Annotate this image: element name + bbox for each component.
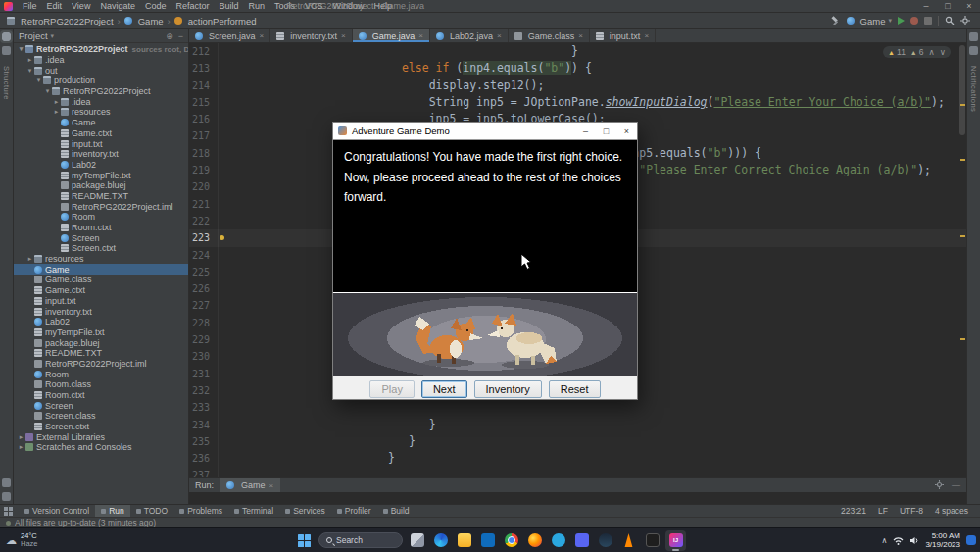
toolwindow-button-profiler[interactable]: Profiler (331, 505, 377, 517)
tab-close-icon[interactable]: × (578, 31, 583, 40)
run-console[interactable] (189, 492, 966, 504)
line-number[interactable]: 213 (189, 60, 219, 76)
build-toolwindow-icon[interactable] (2, 492, 11, 501)
run-button[interactable] (898, 17, 905, 25)
run-tab[interactable]: Game × (220, 478, 280, 492)
line-number[interactable]: 227 (189, 297, 219, 314)
editor-line[interactable]: 213 else if (inp4.equals("b")) { (189, 60, 966, 76)
line-number[interactable]: 231 (189, 366, 219, 382)
line-number[interactable]: 223 (189, 229, 219, 246)
menu-item-code[interactable]: Code (140, 1, 172, 11)
taskbar-app-steam[interactable] (595, 530, 615, 551)
tab-close-icon[interactable]: × (644, 31, 649, 40)
line-number[interactable]: 218 (189, 145, 219, 162)
tree-item[interactable]: package.bluej (14, 337, 188, 348)
menu-item-navigate[interactable]: Navigate (95, 1, 140, 11)
structure-toolwindow-label[interactable]: Structure (2, 66, 11, 100)
tray-expand-icon[interactable]: ∧ (882, 536, 888, 545)
tree-item[interactable]: Screen.class (14, 411, 188, 422)
breadcrumb-item-retrorpg2022project[interactable]: RetroRPG2022Project (4, 16, 117, 26)
toolwindow-switcher-icon[interactable] (4, 507, 13, 516)
toolwindow-button-version-control[interactable]: Version Control (19, 505, 95, 517)
taskbar-app-terminal[interactable] (642, 530, 662, 551)
dialog-minimize-icon[interactable]: – (575, 123, 596, 139)
project-toolwindow-icon[interactable] (2, 32, 11, 41)
line-number[interactable]: 220 (189, 178, 219, 195)
line-number[interactable]: 214 (189, 77, 219, 94)
indent-size[interactable]: 4 spaces (935, 506, 968, 516)
dialog-title-bar[interactable]: Adventure Game Demo – □ × (333, 123, 637, 139)
toolwindow-button-run[interactable]: Run (95, 505, 130, 517)
line-number[interactable]: 219 (189, 162, 219, 178)
tree-item[interactable]: package.bluej (14, 180, 188, 191)
tree-item[interactable]: Room.ctxt (14, 390, 188, 401)
tab-game-class[interactable]: Game.class× (509, 29, 590, 42)
tree-item[interactable]: inventory.txt (14, 149, 188, 160)
taskbar-app-task-view[interactable] (407, 530, 427, 551)
taskbar-app-explorer[interactable] (454, 530, 474, 551)
close-icon[interactable]: × (270, 481, 274, 490)
taskbar-app-discord[interactable] (571, 530, 592, 551)
line-number[interactable]: 235 (189, 433, 219, 450)
taskbar-app-store[interactable] (477, 530, 498, 551)
line-number[interactable]: 224 (189, 247, 219, 264)
line-number[interactable]: 225 (189, 264, 219, 280)
menu-item-run[interactable]: Run (243, 1, 270, 11)
menu-item-refactor[interactable]: Refactor (171, 1, 214, 11)
gradle-toolwindow-icon[interactable] (969, 46, 978, 55)
tree-item[interactable]: ▸External Libraries (14, 431, 188, 442)
tree-item[interactable]: ▾RetroRPG2022Projectsources root, D:\RA (14, 44, 188, 55)
taskbar-search[interactable]: Search (318, 532, 403, 548)
menu-item-edit[interactable]: Edit (42, 1, 68, 11)
editor-line[interactable]: 212 } (189, 43, 966, 60)
wifi-icon[interactable] (893, 536, 904, 545)
run-config-select[interactable]: Game ▾ (847, 16, 892, 26)
taskbar-app-intellij[interactable]: IJ (665, 530, 686, 551)
line-number[interactable]: 234 (189, 417, 219, 433)
tab-close-icon[interactable]: × (341, 31, 346, 40)
dialog-button-reset[interactable]: Reset (549, 380, 601, 398)
clock-widget[interactable]: 5:00 AM 3/19/2023 (925, 531, 960, 549)
tree-item[interactable]: ▸.idea (14, 55, 188, 66)
weather-widget[interactable]: ☁ 24°C Haze (6, 532, 38, 548)
collapse-all-icon[interactable]: − (178, 31, 183, 41)
tree-item[interactable]: RetroRPG2022Project.iml (14, 201, 188, 212)
project-panel-header[interactable]: Project ▾ ⊕ − (14, 29, 188, 43)
prev-issue-icon[interactable]: ∧ (929, 47, 935, 57)
line-ending[interactable]: LF (878, 506, 888, 516)
scrollbar-thumb[interactable] (959, 45, 965, 135)
tree-item[interactable]: Screen (14, 400, 188, 411)
editor-line[interactable]: 214 display.step12(); (189, 77, 966, 94)
tree-item[interactable]: Room.class (14, 379, 188, 390)
tree-item[interactable]: README.TXT (14, 191, 188, 202)
line-number[interactable]: 216 (189, 111, 219, 127)
tree-item[interactable]: Screen.ctxt (14, 243, 188, 254)
menu-item-build[interactable]: Build (214, 1, 243, 11)
tab-inventory-txt[interactable]: inventory.txt× (270, 29, 353, 42)
file-encoding[interactable]: UTF-8 (900, 506, 923, 516)
tab-game-java[interactable]: Game.java× (353, 29, 430, 42)
hide-panel-icon[interactable]: — (952, 480, 960, 490)
toolwindow-button-services[interactable]: Services (279, 505, 331, 517)
line-number[interactable]: 215 (189, 94, 219, 111)
settings-gear-icon[interactable] (960, 16, 970, 25)
dialog-button-inventory[interactable]: Inventory (474, 380, 542, 398)
start-button[interactable] (294, 530, 315, 551)
line-number[interactable]: 221 (189, 196, 219, 213)
tree-item[interactable]: Room (14, 369, 188, 379)
tree-item[interactable]: ▸Scratches and Consoles (14, 442, 188, 453)
line-number[interactable]: 233 (189, 399, 219, 416)
line-number[interactable]: 237 (189, 467, 219, 477)
breadcrumb-item-actionperformed[interactable]: actionPerformed (172, 16, 260, 26)
tree-item[interactable]: ▾out (14, 65, 188, 75)
breadcrumb-item-game[interactable]: Game (122, 16, 167, 26)
taskbar-app-chrome[interactable] (501, 530, 521, 551)
tree-item[interactable]: ▸resources (14, 107, 188, 118)
editor-line[interactable]: 215 String inp5 = JOptionPane.showInputD… (189, 94, 966, 111)
line-number[interactable]: 230 (189, 348, 219, 365)
stop-button[interactable] (924, 17, 932, 25)
tab-input-txt[interactable]: input.txt× (590, 29, 656, 42)
notification-center-badge[interactable] (966, 535, 976, 545)
commit-toolwindow-icon[interactable] (2, 46, 11, 55)
menu-item-view[interactable]: View (67, 1, 95, 11)
